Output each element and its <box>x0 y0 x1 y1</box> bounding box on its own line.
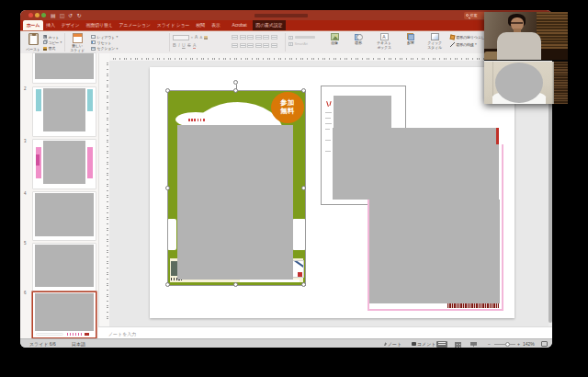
format-painter-button[interactable]: 書式 <box>43 46 62 51</box>
justify-icon[interactable] <box>255 43 262 49</box>
selected-flyer-image[interactable]: 参加無料 <box>168 91 305 285</box>
fit-to-window-button[interactable] <box>541 341 548 347</box>
resize-handle-nw[interactable] <box>165 88 170 93</box>
resize-handle-sw[interactable] <box>165 282 170 287</box>
tab-home[interactable]: ホーム <box>23 20 43 30</box>
resize-handle-n[interactable] <box>233 88 238 93</box>
slide-thumbnail-3[interactable] <box>33 140 96 188</box>
notes-icon <box>384 342 387 346</box>
close-button[interactable] <box>28 13 33 17</box>
notes-toggle[interactable]: ノート <box>384 341 401 347</box>
slideshow-view-button[interactable] <box>470 342 477 348</box>
zoom-slider-knob[interactable] <box>505 342 510 347</box>
highlight-icon[interactable] <box>204 36 208 40</box>
shape-fill-button[interactable]: 図形の塗りつぶし▾ <box>450 34 488 41</box>
bold-button[interactable]: B <box>173 43 176 48</box>
zoom-percentage[interactable]: 142% <box>523 341 535 347</box>
save-icon[interactable]: ◫ <box>60 13 65 18</box>
align-right-icon[interactable] <box>247 43 254 49</box>
flyer-map-box <box>291 260 304 278</box>
slideshow-icon[interactable]: ▤ <box>51 13 56 18</box>
tab-view[interactable]: 表示 <box>208 20 223 30</box>
table-icon <box>288 36 293 40</box>
tab-review[interactable]: 校閲 <box>193 20 209 30</box>
tab-picture-format[interactable]: 図の書式設定 <box>253 20 286 30</box>
vertical-scrollbar[interactable] <box>548 67 552 323</box>
slide-thumbnail-4[interactable] <box>33 192 96 240</box>
tab-insert[interactable]: 挿入 <box>43 20 59 30</box>
zoom-in-button[interactable]: + <box>517 341 520 347</box>
font-size-box[interactable] <box>173 35 189 40</box>
quick-styles-button[interactable]: クイック スタイル <box>424 33 446 51</box>
glasses <box>511 22 523 24</box>
comments-toggle[interactable]: コメント <box>412 341 435 347</box>
line-spacing-icon[interactable] <box>263 35 269 40</box>
resize-handle-ne[interactable] <box>301 88 306 93</box>
video-call-overlay[interactable] <box>484 12 568 104</box>
tab-acrobat[interactable]: Acrobat <box>229 20 250 30</box>
strikethrough-button[interactable]: S <box>187 43 190 48</box>
slide-sorter-view-button[interactable] <box>455 342 461 348</box>
new-slide-button[interactable]: 新しい スライド <box>66 33 88 53</box>
indent-less-icon[interactable] <box>247 35 254 40</box>
grow-font-icon[interactable]: A <box>195 35 198 40</box>
participant-video-bottom <box>484 62 568 104</box>
tab-animations[interactable]: アニメーション <box>116 20 153 30</box>
quick-styles-icon <box>431 33 439 40</box>
undo-icon[interactable]: ↺ <box>68 13 73 18</box>
slide-thumbnail-1[interactable] <box>33 53 96 83</box>
slide-thumbnail-5[interactable] <box>33 244 96 291</box>
underline-button[interactable]: U <box>182 43 186 48</box>
resize-handle-se[interactable] <box>301 282 306 287</box>
slide-editing-canvas[interactable]: 参加無料 <box>109 61 548 326</box>
font-group: ▾AA BIUSA <box>173 34 208 50</box>
resize-handle-w[interactable] <box>165 186 170 190</box>
zoom-button[interactable] <box>41 13 46 17</box>
indent-more-icon[interactable] <box>255 35 262 40</box>
minimize-button[interactable] <box>35 13 40 17</box>
tab-design[interactable]: デザイン <box>58 20 83 30</box>
text-direction-icon[interactable] <box>271 35 277 40</box>
columns-icon[interactable] <box>263 43 269 49</box>
shape-outline-button[interactable]: 図形の枠線▾ <box>450 41 488 49</box>
textbox-button[interactable]: A テキスト ボックス <box>372 33 396 51</box>
align-left-icon[interactable] <box>232 43 238 49</box>
redo-icon[interactable]: ↻ <box>76 13 81 18</box>
anonymized-face-circle <box>495 63 543 103</box>
slide-count: スライド 6/6 <box>29 341 56 347</box>
slide-thumbnail-2[interactable] <box>33 87 96 136</box>
tab-transitions[interactable]: 画面切り替え <box>83 20 116 30</box>
smartart-icon <box>288 42 293 46</box>
shrink-font-icon[interactable]: A <box>199 35 202 40</box>
align-center-icon[interactable] <box>240 43 246 49</box>
table-button[interactable] <box>288 34 315 40</box>
normal-view-button[interactable] <box>436 341 447 348</box>
search-button[interactable]: 検索 <box>464 12 486 19</box>
slide-thumbnail-6-selected[interactable] <box>33 292 96 337</box>
shapes-button[interactable]: 図形 <box>348 33 368 45</box>
paste-button[interactable]: ペースト <box>23 33 43 51</box>
zoom-out-button[interactable]: − <box>488 341 491 347</box>
anonymized-block <box>334 96 391 129</box>
section-icon <box>91 47 96 51</box>
bullets-icon[interactable] <box>232 35 238 40</box>
picture-button[interactable]: 画像 <box>324 33 345 45</box>
search-label: 検索 <box>470 13 478 17</box>
italic-button[interactable]: I <box>178 43 179 48</box>
section-button[interactable]: セクション▾ <box>91 46 118 51</box>
rotation-handle[interactable] <box>233 80 238 85</box>
align-text-icon[interactable] <box>271 43 277 49</box>
vertical-ruler <box>98 53 109 326</box>
numbering-icon[interactable] <box>240 35 246 40</box>
smartart-button[interactable]: SmartArt <box>288 40 315 47</box>
resize-handle-s[interactable] <box>233 282 238 287</box>
resize-handle-e[interactable] <box>301 186 306 190</box>
arrange-button[interactable]: 配置 <box>401 33 420 45</box>
slide-number-3: 3 <box>24 139 27 143</box>
font-color-button[interactable]: A <box>193 43 196 49</box>
language-indicator[interactable]: 日本語 <box>72 341 85 347</box>
tab-slideshow[interactable]: スライド ショー <box>153 20 193 30</box>
participant-video-top <box>484 12 568 61</box>
format-painter-icon <box>43 47 47 51</box>
notes-pane[interactable]: ノートを入力 <box>98 326 552 338</box>
